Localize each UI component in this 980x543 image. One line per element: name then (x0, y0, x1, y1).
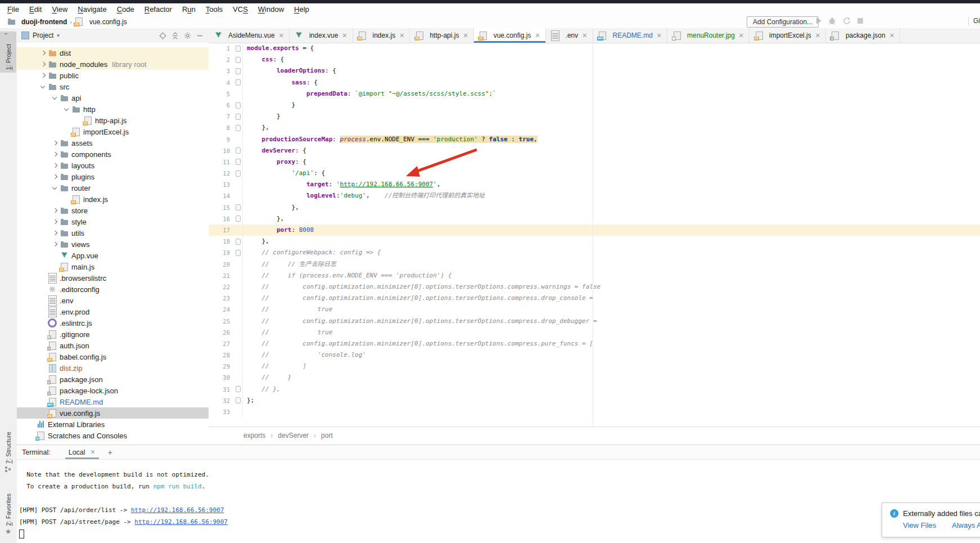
close-icon[interactable]: ✕ (657, 32, 662, 39)
code-editor[interactable]: 1module.exports = {2 css: {3 loaderOptio… (209, 43, 980, 427)
chevron-collapsed-icon[interactable] (51, 229, 58, 237)
stop-icon[interactable] (857, 18, 863, 24)
tree-item-babel-config-js[interactable]: JSbabel.config.js (17, 351, 209, 362)
stripe-button-project[interactable]: 1: Project (0, 32, 16, 73)
tree-item-api[interactable]: api (17, 92, 209, 104)
project-tree[interactable]: distnode_moduleslibrary rootpublicsrcapi… (17, 43, 209, 445)
tab-menurouter-jpg[interactable]: ▦menuRouter.jpg✕ (667, 28, 749, 43)
menu-item-help[interactable]: Help (289, 5, 314, 14)
chevron-collapsed-icon[interactable] (39, 71, 47, 79)
chevron-collapsed-icon[interactable] (51, 240, 58, 248)
editor-breadcrumb-port[interactable]: port (321, 432, 333, 439)
chevron-collapsed-icon[interactable] (51, 150, 58, 158)
locate-file-icon[interactable] (158, 31, 167, 40)
fold-marker-icon[interactable] (236, 170, 241, 177)
terminal-tab-local[interactable]: Local ✕ (65, 445, 99, 459)
tree-item-package-lock-json[interactable]: {}package-lock.json (17, 385, 209, 396)
breadcrumb-project[interactable]: duoji-frontend (21, 18, 67, 26)
tree-item-auth-json[interactable]: {}auth.json (17, 340, 209, 351)
menu-item-refactor[interactable]: Refactor (139, 5, 177, 14)
tree-item-views[interactable]: views (17, 239, 209, 250)
fold-marker-icon[interactable] (236, 114, 241, 120)
menu-item-edit[interactable]: Edit (24, 5, 47, 14)
tree-item-assets[interactable]: assets (17, 137, 209, 149)
tree-item-components[interactable]: components (17, 149, 209, 160)
stripe-button-structure[interactable]: 7: Structure (0, 429, 16, 476)
tree-item--eslintrc-js[interactable]: .eslintrc.js (17, 317, 209, 329)
editor-breadcrumb-exports[interactable]: exports (243, 432, 265, 439)
chevron-expanded-icon[interactable] (39, 83, 47, 91)
fold-marker-icon[interactable] (236, 147, 241, 154)
tree-item-store[interactable]: store (17, 205, 209, 216)
tree-item-scratches-and-consoles[interactable]: ◷Scratches and Consoles (17, 430, 209, 441)
chevron-collapsed-icon[interactable] (39, 49, 47, 57)
tree-item--browserslistrc[interactable]: .browserslistrc (17, 272, 209, 284)
fold-marker-icon[interactable] (236, 102, 241, 109)
tree-item-index-js[interactable]: JSindex.js (17, 194, 209, 205)
tree-item-public[interactable]: public (17, 70, 209, 81)
close-icon[interactable]: ✕ (279, 32, 284, 39)
close-icon[interactable]: ✕ (582, 32, 587, 39)
tree-item-app-vue[interactable]: App.vue (17, 250, 209, 261)
chevron-collapsed-icon[interactable] (51, 173, 58, 181)
tab-package-json[interactable]: {}package.json✕ (826, 28, 900, 43)
tab-index-js[interactable]: JSindex.js✕ (353, 28, 410, 43)
tab-vue-config-js[interactable]: JSvue.config.js✕ (474, 28, 546, 43)
stripe-button-favorites[interactable]: 2: Favorites ★ (0, 491, 16, 538)
menu-item-window[interactable]: Window (253, 5, 289, 14)
chevron-expanded-icon[interactable] (51, 94, 58, 102)
fold-marker-icon[interactable] (236, 239, 241, 245)
run-icon[interactable] (816, 17, 821, 24)
tree-item-importexcel-js[interactable]: JSimportExcel.js (17, 126, 209, 137)
tree-item-vue-config-js[interactable]: JSvue.config.js (17, 407, 209, 419)
tree-item-package-json[interactable]: {}package.json (17, 374, 209, 385)
fold-marker-icon[interactable] (236, 397, 241, 403)
tab--env[interactable]: .env✕ (546, 28, 593, 43)
settings-gear-icon[interactable] (183, 31, 192, 40)
fold-marker-icon[interactable] (236, 250, 241, 256)
view-files-link[interactable]: View Files (903, 521, 936, 529)
tree-item-readme-md[interactable]: MDREADME.md (17, 396, 209, 407)
fold-marker-icon[interactable] (236, 57, 241, 63)
close-icon[interactable]: ✕ (535, 32, 540, 39)
tree-item-node-modules[interactable]: node_moduleslibrary root (17, 59, 209, 70)
tree-item-http[interactable]: http (17, 104, 209, 115)
new-terminal-session-icon[interactable]: + (108, 448, 112, 457)
tree-item--editorconfig[interactable]: .editorconfig (17, 284, 209, 295)
tree-item-dist[interactable]: dist (17, 47, 209, 59)
menu-item-tools[interactable]: Tools (201, 5, 228, 14)
menu-item-navigate[interactable]: Navigate (73, 5, 111, 14)
tree-item-style[interactable]: style (17, 216, 209, 227)
chevron-expanded-icon[interactable] (51, 184, 58, 192)
tree-item-utils[interactable]: utils (17, 227, 209, 239)
editor-breadcrumb-devServer[interactable]: devServer (278, 432, 309, 439)
terminal-url-link[interactable]: http://192.168.66.56:9007 (134, 518, 228, 526)
close-icon[interactable]: ✕ (342, 32, 347, 39)
breadcrumb-file[interactable]: vue.config.js (89, 18, 127, 26)
tree-item--gitignore[interactable]: ⊘.gitignore (17, 329, 209, 340)
tree-item-router[interactable]: router (17, 182, 209, 194)
fold-marker-icon[interactable] (236, 46, 241, 52)
hide-panel-icon[interactable] (195, 31, 204, 40)
chevron-collapsed-icon[interactable] (51, 139, 58, 147)
collapse-all-icon[interactable] (170, 31, 179, 40)
tree-item-dist-zip[interactable]: dist.zip (17, 362, 209, 374)
tree-item--env-prod[interactable]: .env.prod (17, 306, 209, 317)
tab-importexcel-js[interactable]: JSimportExcel.js✕ (749, 28, 826, 43)
close-icon[interactable]: ✕ (815, 32, 820, 39)
close-icon[interactable]: ✕ (889, 32, 895, 39)
tree-item-http-api-js[interactable]: JShttp-api.js (17, 115, 209, 126)
tab-index-vue[interactable]: index.vue✕ (290, 28, 353, 43)
tree-item-external-libraries[interactable]: External Libraries (17, 419, 209, 430)
fold-marker-icon[interactable] (236, 125, 241, 131)
menu-item-file[interactable]: File (2, 5, 24, 14)
close-icon[interactable]: ✕ (91, 448, 96, 456)
debug-icon[interactable] (828, 17, 836, 25)
menu-item-code[interactable]: Code (112, 5, 139, 14)
chevron-collapsed-icon[interactable] (39, 60, 47, 68)
fold-marker-icon[interactable] (236, 386, 241, 392)
fold-marker-icon[interactable] (236, 216, 241, 222)
fold-marker-icon[interactable] (236, 159, 241, 165)
close-icon[interactable]: ✕ (463, 32, 468, 39)
git-branch-widget[interactable]: Git: (973, 17, 980, 25)
